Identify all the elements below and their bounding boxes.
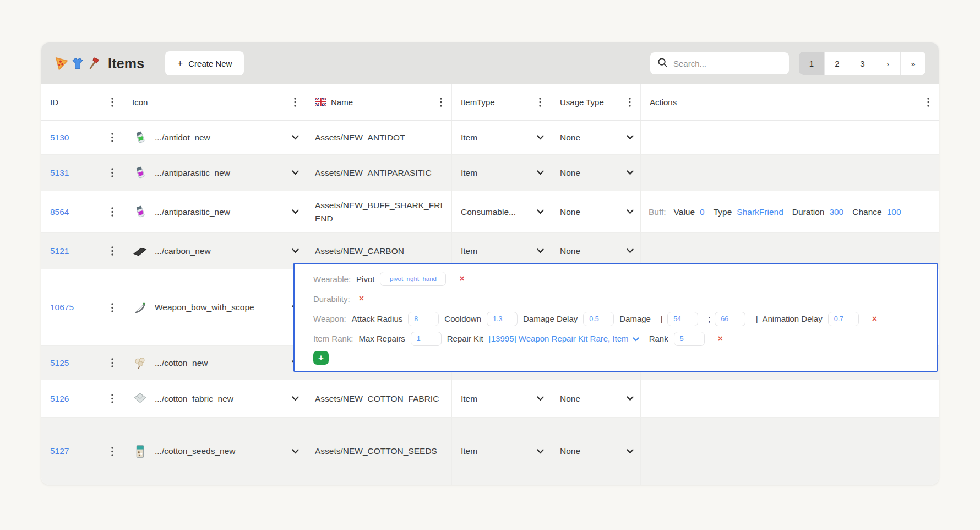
chevron-down-icon[interactable] bbox=[537, 209, 544, 214]
damage-delay-input[interactable]: 0.5 bbox=[583, 312, 614, 326]
cooldown-input[interactable]: 1.3 bbox=[487, 312, 518, 326]
chevron-down-icon[interactable] bbox=[627, 135, 634, 140]
pagination-button[interactable]: 3 bbox=[850, 52, 875, 75]
chevron-down-icon[interactable] bbox=[627, 209, 634, 214]
row-menu-button[interactable] bbox=[108, 358, 116, 368]
usagetype-value: None bbox=[560, 168, 580, 178]
damage-min-input[interactable]: 54 bbox=[667, 312, 698, 326]
column-menu-button[interactable] bbox=[626, 98, 634, 107]
pagination-button[interactable]: 2 bbox=[824, 52, 850, 75]
usagetype-value: None bbox=[560, 446, 580, 456]
column-menu-button[interactable] bbox=[924, 98, 932, 107]
action-field-value[interactable]: 300 bbox=[829, 207, 843, 217]
icon-select-cell[interactable]: .../carbon_new bbox=[123, 233, 306, 269]
damage-max-input[interactable]: 66 bbox=[715, 312, 745, 326]
chevron-down-icon[interactable] bbox=[537, 170, 544, 175]
pagination-button[interactable]: 1 bbox=[799, 52, 824, 75]
chevron-down-icon[interactable] bbox=[292, 248, 299, 253]
remove-durability-button[interactable]: × bbox=[359, 294, 364, 303]
pagination-button[interactable]: › bbox=[875, 52, 900, 75]
itemtype-value: Item bbox=[461, 446, 477, 456]
itemtype-select[interactable]: Item bbox=[452, 155, 551, 191]
attack-radius-input[interactable]: 8 bbox=[408, 312, 439, 326]
chevron-down-icon[interactable] bbox=[537, 248, 544, 253]
create-new-button[interactable]: + Create New bbox=[165, 51, 244, 75]
animation-delay-input[interactable]: 0.7 bbox=[828, 312, 859, 326]
remove-wearable-button[interactable]: × bbox=[459, 274, 464, 283]
icon-select-cell[interactable]: .../antiparasitic_new bbox=[123, 155, 306, 191]
usagetype-select[interactable]: None bbox=[551, 121, 641, 154]
chevron-down-icon[interactable] bbox=[537, 396, 544, 401]
remove-weapon-button[interactable]: × bbox=[872, 315, 877, 323]
row-id-link[interactable]: 8564 bbox=[50, 207, 69, 217]
row-menu-button[interactable] bbox=[108, 133, 116, 143]
repair-kit-link[interactable]: [13995] Weapon Repair Kit Rare, Item bbox=[489, 334, 639, 343]
row-menu-button[interactable] bbox=[108, 246, 116, 256]
chevron-down-icon[interactable] bbox=[627, 396, 634, 401]
usagetype-select[interactable]: None bbox=[551, 155, 641, 191]
itemtype-select[interactable]: Item bbox=[452, 121, 551, 154]
pivot-input[interactable]: pivot_right_hand bbox=[380, 272, 446, 286]
usagetype-select[interactable]: None bbox=[551, 191, 641, 232]
add-property-button[interactable]: + bbox=[313, 351, 329, 365]
column-menu-button[interactable] bbox=[437, 98, 445, 107]
usagetype-select[interactable]: None bbox=[551, 418, 641, 485]
chevron-down-icon[interactable] bbox=[292, 396, 299, 401]
chevron-down-icon[interactable] bbox=[537, 135, 544, 140]
itemtype-select[interactable]: Item bbox=[452, 380, 551, 417]
chevron-down-icon[interactable] bbox=[292, 209, 299, 214]
icon-select-cell[interactable]: Weapon_bow_with_scope bbox=[123, 269, 306, 345]
column-menu-button[interactable] bbox=[291, 98, 299, 107]
itemtype-value: Item bbox=[461, 168, 477, 178]
row-menu-button[interactable] bbox=[108, 168, 116, 178]
search-input[interactable] bbox=[673, 59, 783, 68]
chevron-down-icon[interactable] bbox=[292, 135, 299, 140]
row-menu-button[interactable] bbox=[108, 394, 116, 404]
column-header-name: Name bbox=[306, 84, 452, 120]
rank-input[interactable]: 5 bbox=[674, 332, 705, 346]
row-id-link[interactable]: 5126 bbox=[50, 394, 69, 404]
column-header-icon: Icon bbox=[123, 84, 306, 120]
icon-select-cell[interactable]: .../antidot_new bbox=[123, 121, 306, 154]
chevron-down-icon[interactable] bbox=[537, 449, 544, 454]
chevron-down-icon[interactable] bbox=[292, 170, 299, 175]
max-repairs-input[interactable]: 1 bbox=[411, 332, 442, 346]
chevron-down-icon[interactable] bbox=[627, 248, 634, 253]
id-cell: 5131 bbox=[41, 155, 123, 191]
chevron-down-icon[interactable] bbox=[627, 170, 634, 175]
chevron-down-icon[interactable] bbox=[627, 449, 634, 454]
usagetype-select[interactable]: None bbox=[551, 380, 641, 417]
icon-select-cell[interactable]: .../cotton_fabric_new bbox=[123, 380, 306, 417]
itemtype-select[interactable]: Item bbox=[452, 418, 551, 485]
row-menu-button[interactable] bbox=[108, 207, 116, 217]
row-id-link[interactable]: 10675 bbox=[50, 302, 74, 312]
row-id-link[interactable]: 5127 bbox=[50, 446, 69, 456]
usagetype-value: None bbox=[560, 394, 580, 404]
plus-icon: + bbox=[177, 58, 183, 69]
itemtype-select[interactable]: Consumable... bbox=[452, 191, 551, 232]
row-menu-button[interactable] bbox=[108, 446, 116, 456]
name-text: Assets/NEW_ANTIDOT bbox=[315, 131, 405, 144]
icon-select-cell[interactable]: .../cotton_seeds_new bbox=[123, 418, 306, 485]
icon-select-cell[interactable]: .../cotton_new bbox=[123, 346, 306, 380]
action-field-value[interactable]: SharkFriend bbox=[737, 207, 783, 217]
remove-item-rank-button[interactable]: × bbox=[718, 334, 723, 343]
search-box[interactable] bbox=[650, 52, 789, 74]
row-id-link[interactable]: 5125 bbox=[50, 358, 69, 368]
table-row: 8564.../antiparasitic_newAssets/NEW_BUFF… bbox=[41, 191, 939, 233]
action-field-value[interactable]: 0 bbox=[700, 207, 705, 217]
column-menu-button[interactable] bbox=[536, 98, 544, 107]
row-id-link[interactable]: 5121 bbox=[50, 246, 69, 256]
chevron-down-icon[interactable] bbox=[292, 449, 299, 454]
column-menu-button[interactable] bbox=[108, 98, 116, 107]
row-menu-button[interactable] bbox=[108, 302, 116, 312]
row-id-link[interactable]: 5131 bbox=[50, 168, 69, 178]
page: Items + Create New 123›» ID Icon bbox=[0, 0, 980, 530]
icon-select-cell[interactable]: .../antiparasitic_new bbox=[123, 191, 306, 232]
bracket-open: [ bbox=[661, 314, 663, 323]
table-header-row: ID Icon Name ItemType Usage Type bbox=[41, 84, 939, 121]
page-title: Items bbox=[108, 56, 144, 72]
row-id-link[interactable]: 5130 bbox=[50, 133, 69, 143]
pagination-button[interactable]: » bbox=[900, 52, 925, 75]
action-field-value[interactable]: 100 bbox=[887, 207, 901, 217]
